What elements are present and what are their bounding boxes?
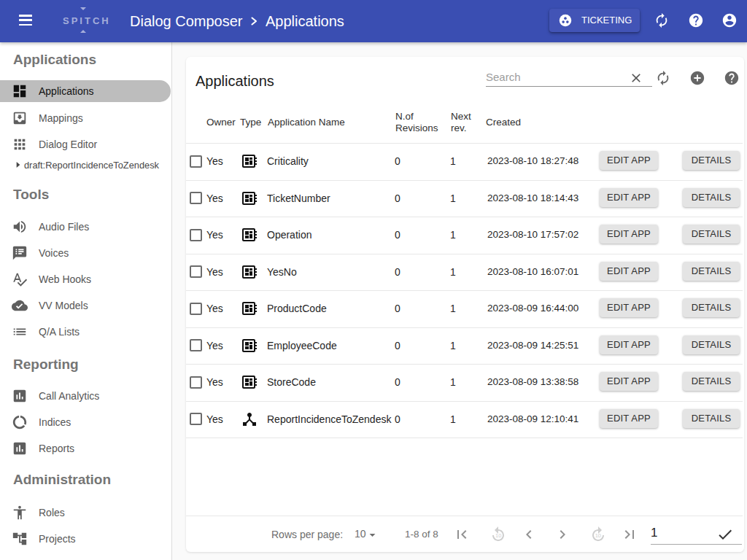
svg-text:10: 10 [495,532,501,539]
svg-text:10: 10 [595,532,601,539]
